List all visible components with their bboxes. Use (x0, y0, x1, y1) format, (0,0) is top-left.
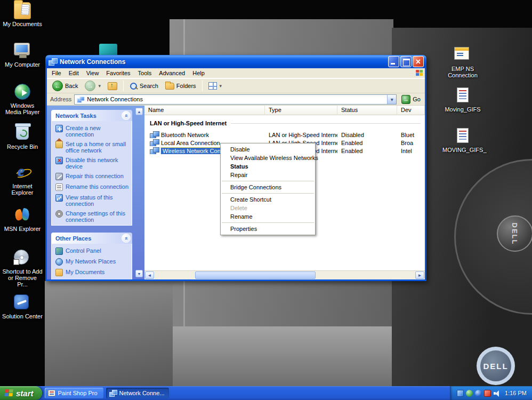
context-item-bridge-connections[interactable]: Bridge Connections (221, 183, 315, 191)
desktop-icon-msn-explorer[interactable]: MSN Explorer (0, 207, 45, 232)
go-button[interactable]: Go (399, 95, 423, 104)
context-item-create-shortcut[interactable]: Create Shortcut (221, 195, 315, 204)
forward-button[interactable] (82, 80, 103, 92)
tray-status-icon[interactable] (466, 390, 473, 397)
menu-file[interactable]: File (48, 69, 65, 77)
desktop-icon-recycle-bin[interactable]: Recycle Bin (0, 124, 45, 150)
table-row[interactable]: Bluetooth Network LAN or High-Speed Inte… (144, 131, 425, 139)
chevron-up-icon[interactable] (122, 234, 131, 243)
dell-logo: DELL (477, 347, 515, 385)
views-button[interactable] (206, 82, 225, 90)
maximize-button[interactable] (400, 56, 412, 67)
place-control-panel[interactable]: Control Panel (55, 247, 130, 255)
network-tasks-header[interactable]: Network Tasks (51, 110, 132, 121)
paint-shop-pro-icon (48, 390, 55, 396)
taskbar-button-paint-shop-pro[interactable]: Paint Shop Pro (45, 388, 103, 398)
column-header-device[interactable]: Dev (397, 106, 425, 115)
task-rename-connection[interactable]: Rename this connection (55, 183, 130, 191)
desktop-icon-moving-gifs[interactable]: Moving_GIFS (442, 86, 483, 113)
task-create-new-connection[interactable]: Create a new connection (55, 125, 130, 138)
context-item-properties[interactable]: Properties (221, 225, 315, 233)
scrollbar-thumb[interactable] (195, 271, 316, 279)
settings-gear-icon (55, 210, 63, 218)
network-tasks-box: Network Tasks Create a new connection Se… (51, 110, 132, 226)
tray-volume-icon[interactable] (493, 390, 500, 397)
menu-advanced[interactable]: Advanced (155, 69, 189, 77)
wireless-connection-icon (150, 147, 159, 154)
desktop-icon-shortcut-add-remove[interactable]: Shortcut to Add or Remove Pr... (0, 249, 45, 287)
context-item-disable[interactable]: Disable (221, 145, 315, 154)
tray-display-icon[interactable] (457, 390, 464, 397)
windows-flag-icon (4, 389, 13, 397)
scrollbar-track[interactable] (155, 271, 415, 279)
folders-button[interactable]: Folders (163, 82, 199, 90)
desktop-icon-windows-media-player[interactable]: Windows Media Player (0, 83, 45, 115)
context-item-rename[interactable]: Rename (221, 212, 315, 221)
media-player-icon (14, 84, 30, 100)
task-disable-device[interactable]: Disable this network device (55, 157, 130, 170)
go-label: Go (413, 96, 421, 102)
views-icon (208, 82, 217, 90)
system-tray: 1:16 PM (450, 386, 532, 400)
context-item-view-wireless-networks[interactable]: View Available Wireless Networks (221, 154, 315, 162)
task-label: Paint Shop Pro (58, 390, 98, 396)
up-button[interactable] (105, 82, 120, 91)
desktop-icon-emp-ns-connection[interactable]: EMP NS Connection (442, 45, 483, 78)
task-label: Rename this connection (66, 183, 130, 191)
close-button[interactable] (413, 56, 424, 67)
place-my-network-places[interactable]: My Network Places (55, 258, 130, 266)
task-change-settings[interactable]: Change settings of this connection (55, 210, 130, 223)
minimize-button[interactable] (388, 56, 399, 67)
search-button[interactable]: Search (127, 82, 161, 91)
back-icon (52, 81, 63, 91)
menu-help[interactable]: Help (189, 69, 208, 77)
task-label: View status of this connection (66, 194, 130, 207)
scroll-right-button[interactable]: ► (415, 271, 424, 279)
repair-icon (55, 173, 63, 180)
pane-scroll-down-button[interactable]: ▼ (135, 270, 143, 277)
icon-label: Solution Center (2, 313, 43, 319)
column-header-type[interactable]: Type (265, 106, 337, 115)
task-setup-home-network[interactable]: Set up a home or small office network (55, 141, 130, 154)
folders-icon (165, 83, 174, 90)
menu-view[interactable]: View (83, 69, 103, 77)
desktop-icon-my-computer[interactable]: My Computer (0, 42, 45, 68)
menu-edit[interactable]: Edit (65, 69, 83, 77)
tray-network-icon[interactable] (475, 390, 482, 397)
pane-scroll-up-button[interactable]: ▲ (135, 108, 143, 115)
start-button[interactable]: start (0, 386, 42, 400)
my-documents-icon (55, 269, 63, 276)
task-repair-connection[interactable]: Repair this connection (55, 173, 130, 180)
tray-antivirus-icon[interactable] (484, 390, 491, 397)
other-places-header[interactable]: Other Places (51, 233, 132, 244)
column-header-status[interactable]: Status (337, 106, 397, 115)
icon-label: Recycle Bin (2, 143, 43, 150)
menu-favorites[interactable]: Favorites (102, 69, 134, 77)
context-item-status[interactable]: Status (221, 162, 315, 171)
icon-label: MOVING_GIFS_ (442, 147, 483, 153)
icon-label: EMP NS Connection (442, 66, 483, 78)
desktop-icon-solution-center[interactable]: Solution Center (0, 293, 45, 319)
go-icon (401, 95, 410, 104)
place-my-documents[interactable]: My Documents (55, 269, 130, 276)
title-bar[interactable]: Network Connections (45, 55, 426, 68)
address-dropdown-button[interactable] (387, 95, 396, 104)
context-item-repair[interactable]: Repair (221, 171, 315, 179)
taskbar-clock: 1:16 PM (505, 390, 527, 396)
bluetooth-connection-icon (150, 131, 159, 138)
task-view-status[interactable]: View status of this connection (55, 194, 130, 207)
column-header-name[interactable]: Name (144, 106, 265, 115)
chevron-up-icon[interactable] (122, 111, 131, 120)
window-title: Network Connections (60, 58, 387, 66)
address-field[interactable]: Network Connections (74, 94, 397, 105)
forward-icon (85, 81, 95, 91)
desktop-icon-moving-gifs-2[interactable]: MOVING_GIFS_ (442, 127, 483, 153)
horizontal-scrollbar[interactable]: ◄ ► (144, 270, 425, 279)
menu-tools[interactable]: Tools (134, 69, 156, 77)
scroll-left-button[interactable]: ◄ (145, 271, 154, 279)
desktop-icon-internet-explorer[interactable]: e Internet Explorer (0, 164, 45, 196)
taskbar-button-network-connections[interactable]: Network Conne... (106, 388, 169, 398)
desktop-icon-my-documents[interactable]: My Documents (0, 2, 45, 27)
back-button[interactable]: Back (50, 80, 80, 92)
context-menu-separator (222, 222, 314, 223)
